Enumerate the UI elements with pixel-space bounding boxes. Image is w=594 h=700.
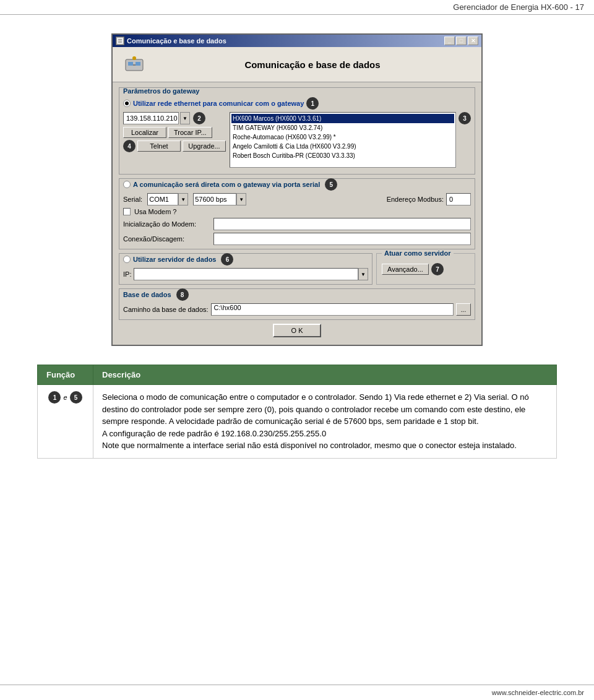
serial-select: COM1 ▼ <box>147 193 188 205</box>
col-description: Descrição <box>93 365 557 385</box>
device-item-2[interactable]: Roche-Automacao (HX600 V3.2.99) * <box>231 132 454 142</box>
titlebar-icon <box>116 37 124 45</box>
avancado-button[interactable]: Avançado... <box>382 264 429 275</box>
modbus-row: Endereço Modbus: 0 <box>387 193 471 205</box>
localizar-button[interactable]: Localizar <box>123 127 166 138</box>
inicializacao-label: Inicialização do Modem: <box>123 220 210 228</box>
conexao-label: Conexão/Discagem: <box>123 235 210 243</box>
dialog-icon <box>122 52 147 77</box>
device-list[interactable]: HX600 Marcos (HX600 V3.3.61) TIM GATEWAY… <box>230 112 456 168</box>
trocar-ip-button[interactable]: Trocar IP... <box>168 127 212 138</box>
telnet-button[interactable]: Telnet <box>137 140 181 152</box>
minimize-button[interactable]: _ <box>444 37 455 45</box>
network-section: 139.158.110.210 ▼ 2 Localizar Trocar IP.… <box>123 112 471 168</box>
ip-value: 139.158.110.210 <box>126 115 178 122</box>
page-footer: www.schneider-electric.com.br <box>0 685 594 700</box>
gateway-legend: Parâmetros do gateway <box>123 87 200 95</box>
badge-2: 2 <box>193 112 205 124</box>
titlebar-text: Comunicação e base de dados <box>127 37 226 45</box>
inicializacao-input[interactable] <box>213 218 471 230</box>
ok-button[interactable]: O K <box>273 324 322 337</box>
option3-label: Utilizar servidor de dados <box>133 256 216 263</box>
path-input[interactable]: C:\hx600 <box>211 303 454 316</box>
btn-row-2: 4 Telnet Upgrade... <box>123 140 226 152</box>
gateway-buttons: Localizar Trocar IP... 4 Telnet Upgrade.… <box>123 127 226 152</box>
device-item-1[interactable]: TIM GATEWAY (HX600 V3.2.74) <box>231 123 454 132</box>
badge-1: 1 <box>306 97 319 110</box>
device-item-3[interactable]: Angelo Camilotti & Cia Ltda (HX600 V3.2.… <box>231 142 454 151</box>
svg-point-6 <box>132 56 136 60</box>
serial-arrow[interactable]: ▼ <box>178 193 188 205</box>
ip-field: 139.158.110.210 <box>123 112 179 124</box>
close-button[interactable]: ✕ <box>468 37 478 45</box>
baud-arrow[interactable]: ▼ <box>236 193 246 205</box>
atuar-legend: Atuar como servidor <box>382 249 454 257</box>
page-header: Gerenciador de Energia HX-600 - 17 <box>0 0 594 15</box>
option1-row: Utilizar rede ethernet para comunicar co… <box>123 97 471 110</box>
modem-row: Usa Modem ? <box>123 208 471 215</box>
conexao-row: Conexão/Discagem: <box>123 233 471 245</box>
serial-label: Serial: <box>123 196 142 203</box>
conexao-input[interactable] <box>213 233 471 245</box>
usa-modem-checkbox[interactable] <box>123 208 131 215</box>
description-table: Função Descrição 1 e 5 Seleciona o modo … <box>37 365 557 459</box>
ok-row: O K <box>119 324 475 337</box>
row-badge-1: 1 <box>48 391 61 404</box>
badge-7: 7 <box>431 263 444 275</box>
path-row: Caminho da base de dados: C:\hx600 ... <box>123 303 471 316</box>
table-row: 1 e 5 Seleciona o modo de comunicação en… <box>38 385 557 459</box>
main-content: Comunicação e base de dados _ □ ✕ Comuni… <box>0 15 594 477</box>
option3-radio[interactable] <box>123 256 131 263</box>
db-legend-row: Base de dados 8 <box>123 288 471 301</box>
baud-select: 57600 bps ▼ <box>193 193 246 205</box>
ip-area: 139.158.110.210 ▼ 2 Localizar Trocar IP.… <box>123 112 226 168</box>
gateway-params-fieldset: Parâmetros do gateway Utilizar rede ethe… <box>119 87 475 175</box>
baud-value: 57600 bps <box>193 193 236 205</box>
ip-server-arrow[interactable]: ▼ <box>358 268 368 280</box>
footer-url: www.schneider-electric.com.br <box>492 689 584 696</box>
option2-radio[interactable] <box>123 181 131 188</box>
titlebar-left: Comunicação e base de dados <box>116 37 226 45</box>
inicializacao-row: Inicialização do Modem: <box>123 218 471 230</box>
server-right: Atuar como servidor Avançado... 7 <box>376 253 475 285</box>
option1-radio[interactable] <box>123 100 131 107</box>
modbus-label: Endereço Modbus: <box>387 196 444 203</box>
device-item-4[interactable]: Robert Bosch Curitiba-PR (CE0030 V3.3.33… <box>231 151 454 160</box>
row-badge-5: 5 <box>70 391 82 404</box>
device-list-area: HX600 Marcos (HX600 V3.3.61) TIM GATEWAY… <box>230 112 471 168</box>
serial-legend-row: A comunicação será direta com o gateway … <box>123 178 471 191</box>
avancado-row: Avançado... 7 <box>382 263 470 275</box>
titlebar-buttons: _ □ ✕ <box>444 37 478 45</box>
ip-server-input[interactable] <box>134 268 358 280</box>
device-item-0[interactable]: HX600 Marcos (HX600 V3.3.61) <box>231 114 454 123</box>
svg-rect-3 <box>128 62 133 66</box>
upgrade-button[interactable]: Upgrade... <box>183 140 226 152</box>
ip-server-label: IP: <box>123 270 131 278</box>
badge-row: 1 e 5 <box>46 391 84 404</box>
dialog-main-title: Comunicação e base de dados <box>153 59 472 70</box>
badge-5: 5 <box>325 178 337 191</box>
ip-server-field-wrap: ▼ <box>134 268 368 280</box>
dialog-body: Parâmetros do gateway Utilizar rede ethe… <box>113 82 481 345</box>
badge-3: 3 <box>458 112 471 124</box>
option2-label: A comunicação será direta com o gateway … <box>133 181 320 188</box>
description-text: Seleciona o modo de comunicação entre o … <box>102 392 529 450</box>
badge-connector: e <box>63 392 67 403</box>
db-fieldset: Base de dados 8 Caminho da base de dados… <box>119 288 475 320</box>
dialog-window: Comunicação e base de dados _ □ ✕ Comuni… <box>111 33 483 346</box>
path-label: Caminho da base de dados: <box>123 306 209 313</box>
gateway-legend-row: Parâmetros do gateway <box>123 87 471 95</box>
maximize-button[interactable]: □ <box>456 37 467 45</box>
modbus-value-field: 0 <box>446 193 471 205</box>
col-function: Função <box>38 365 93 385</box>
server-left: Utilizar servidor de dados 6 IP: ▼ <box>119 253 372 285</box>
dialog-titlebar: Comunicação e base de dados _ □ ✕ <box>113 35 481 47</box>
svg-rect-4 <box>136 62 140 66</box>
serial-value: COM1 <box>147 193 178 205</box>
db-legend: Base de dados <box>123 291 171 298</box>
table-cell-function: 1 e 5 <box>38 385 93 459</box>
ip-dropdown-arrow[interactable]: ▼ <box>180 112 190 124</box>
dialog-header-bar: Comunicação e base de dados <box>113 47 481 82</box>
browse-button[interactable]: ... <box>456 303 471 316</box>
usa-modem-label: Usa Modem ? <box>134 208 176 215</box>
